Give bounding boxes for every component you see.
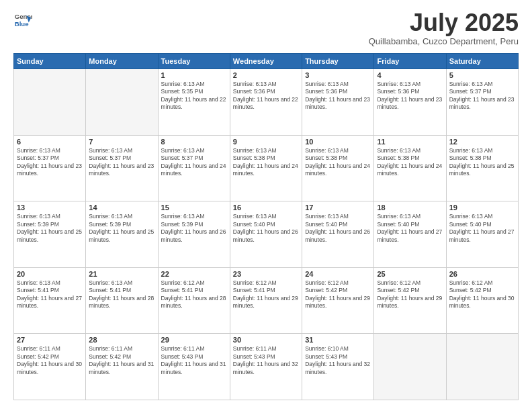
weekday-header-thursday: Thursday [302, 54, 374, 69]
day-info: Sunrise: 6:13 AMSunset: 5:39 PMDaylight:… [161, 213, 227, 244]
calendar-cell: 3Sunrise: 6:13 AMSunset: 5:36 PMDaylight… [302, 69, 374, 136]
day-number: 20 [17, 270, 83, 278]
day-info: Sunrise: 6:13 AMSunset: 5:37 PMDaylight:… [89, 147, 154, 178]
day-info: Sunrise: 6:13 AMSunset: 5:38 PMDaylight:… [449, 147, 515, 178]
weekday-header-friday: Friday [374, 54, 446, 69]
day-info: Sunrise: 6:13 AMSunset: 5:36 PMDaylight:… [233, 81, 299, 111]
calendar-cell: 12Sunrise: 6:13 AMSunset: 5:38 PMDayligh… [446, 135, 518, 201]
calendar-cell: 28Sunrise: 6:11 AMSunset: 5:42 PMDayligh… [86, 334, 158, 400]
calendar-cell [446, 334, 518, 400]
day-info: Sunrise: 6:11 AMSunset: 5:42 PMDaylight:… [89, 345, 154, 376]
day-number: 27 [17, 336, 83, 344]
day-info: Sunrise: 6:13 AMSunset: 5:37 PMDaylight:… [161, 147, 227, 178]
calendar-cell: 9Sunrise: 6:13 AMSunset: 5:38 PMDaylight… [230, 135, 302, 201]
day-number: 9 [233, 138, 299, 146]
day-number: 3 [305, 71, 371, 79]
calendar-cell: 22Sunrise: 6:12 AMSunset: 5:41 PMDayligh… [158, 267, 230, 334]
weekday-header-monday: Monday [86, 54, 158, 69]
week-row-1: 1Sunrise: 6:13 AMSunset: 5:35 PMDaylight… [14, 69, 519, 136]
calendar-cell [86, 69, 158, 136]
calendar-cell: 20Sunrise: 6:13 AMSunset: 5:41 PMDayligh… [14, 267, 86, 334]
day-number: 14 [89, 203, 154, 212]
day-info: Sunrise: 6:11 AMSunset: 5:42 PMDaylight:… [17, 345, 83, 376]
svg-text:Blue: Blue [15, 20, 29, 28]
day-info: Sunrise: 6:13 AMSunset: 5:35 PMDaylight:… [161, 81, 227, 111]
week-row-5: 27Sunrise: 6:11 AMSunset: 5:42 PMDayligh… [14, 334, 519, 400]
calendar-cell: 23Sunrise: 6:12 AMSunset: 5:41 PMDayligh… [230, 267, 302, 334]
title-area: July 2025 Quillabamba, Cuzco Department,… [369, 11, 519, 46]
calendar-table: SundayMondayTuesdayWednesdayThursdayFrid… [13, 53, 519, 400]
day-number: 10 [305, 138, 371, 146]
calendar-cell: 15Sunrise: 6:13 AMSunset: 5:39 PMDayligh… [158, 201, 230, 268]
week-row-3: 13Sunrise: 6:13 AMSunset: 5:39 PMDayligh… [14, 201, 519, 268]
weekday-header-wednesday: Wednesday [230, 54, 302, 69]
day-info: Sunrise: 6:13 AMSunset: 5:37 PMDaylight:… [449, 81, 515, 111]
day-info: Sunrise: 6:13 AMSunset: 5:39 PMDaylight:… [89, 213, 154, 244]
day-number: 17 [305, 203, 371, 212]
calendar-cell: 16Sunrise: 6:13 AMSunset: 5:40 PMDayligh… [230, 201, 302, 268]
calendar-cell: 27Sunrise: 6:11 AMSunset: 5:42 PMDayligh… [14, 334, 86, 400]
day-number: 23 [233, 270, 299, 278]
day-info: Sunrise: 6:13 AMSunset: 5:39 PMDaylight:… [17, 213, 83, 244]
calendar-cell: 1Sunrise: 6:13 AMSunset: 5:35 PMDaylight… [158, 69, 230, 136]
calendar-cell: 5Sunrise: 6:13 AMSunset: 5:37 PMDaylight… [446, 69, 518, 136]
day-number: 2 [233, 71, 299, 79]
day-number: 12 [449, 138, 515, 146]
day-info: Sunrise: 6:13 AMSunset: 5:38 PMDaylight:… [305, 147, 371, 178]
day-info: Sunrise: 6:13 AMSunset: 5:36 PMDaylight:… [305, 81, 371, 111]
day-info: Sunrise: 6:12 AMSunset: 5:41 PMDaylight:… [233, 279, 299, 310]
calendar-cell: 10Sunrise: 6:13 AMSunset: 5:38 PMDayligh… [302, 135, 374, 201]
day-number: 22 [161, 270, 227, 278]
day-number: 7 [89, 138, 154, 146]
day-info: Sunrise: 6:13 AMSunset: 5:38 PMDaylight:… [377, 147, 443, 178]
day-number: 26 [449, 270, 515, 278]
day-info: Sunrise: 6:13 AMSunset: 5:40 PMDaylight:… [377, 213, 443, 244]
calendar-cell: 24Sunrise: 6:12 AMSunset: 5:42 PMDayligh… [302, 267, 374, 334]
day-number: 24 [305, 270, 371, 278]
day-number: 21 [89, 270, 154, 278]
calendar-cell: 31Sunrise: 6:10 AMSunset: 5:43 PMDayligh… [302, 334, 374, 400]
header: General Blue July 2025 Quillabamba, Cuzc… [13, 11, 519, 46]
day-info: Sunrise: 6:12 AMSunset: 5:42 PMDaylight:… [377, 279, 443, 310]
day-number: 4 [377, 71, 443, 79]
day-number: 5 [449, 71, 515, 79]
calendar-cell: 18Sunrise: 6:13 AMSunset: 5:40 PMDayligh… [374, 201, 446, 268]
day-info: Sunrise: 6:13 AMSunset: 5:38 PMDaylight:… [233, 147, 299, 178]
day-info: Sunrise: 6:13 AMSunset: 5:40 PMDaylight:… [305, 213, 371, 244]
calendar-cell: 17Sunrise: 6:13 AMSunset: 5:40 PMDayligh… [302, 201, 374, 268]
logo: General Blue [13, 11, 32, 30]
location-title: Quillabamba, Cuzco Department, Peru [369, 36, 519, 46]
calendar-cell [374, 334, 446, 400]
day-number: 31 [305, 336, 371, 344]
day-info: Sunrise: 6:12 AMSunset: 5:42 PMDaylight:… [449, 279, 515, 310]
week-row-2: 6Sunrise: 6:13 AMSunset: 5:37 PMDaylight… [14, 135, 519, 201]
day-number: 11 [377, 138, 443, 146]
day-info: Sunrise: 6:13 AMSunset: 5:41 PMDaylight:… [17, 279, 83, 310]
calendar-cell: 11Sunrise: 6:13 AMSunset: 5:38 PMDayligh… [374, 135, 446, 201]
calendar-cell: 8Sunrise: 6:13 AMSunset: 5:37 PMDaylight… [158, 135, 230, 201]
weekday-header-saturday: Saturday [446, 54, 518, 69]
day-info: Sunrise: 6:13 AMSunset: 5:40 PMDaylight:… [233, 213, 299, 244]
week-row-4: 20Sunrise: 6:13 AMSunset: 5:41 PMDayligh… [14, 267, 519, 334]
day-info: Sunrise: 6:11 AMSunset: 5:43 PMDaylight:… [233, 345, 299, 376]
day-number: 19 [449, 203, 515, 212]
calendar-cell: 29Sunrise: 6:11 AMSunset: 5:43 PMDayligh… [158, 334, 230, 400]
calendar-cell: 14Sunrise: 6:13 AMSunset: 5:39 PMDayligh… [86, 201, 158, 268]
day-number: 1 [161, 71, 227, 79]
day-info: Sunrise: 6:11 AMSunset: 5:43 PMDaylight:… [161, 345, 227, 376]
calendar-cell: 25Sunrise: 6:12 AMSunset: 5:42 PMDayligh… [374, 267, 446, 334]
day-number: 28 [89, 336, 154, 344]
weekday-header-tuesday: Tuesday [158, 54, 230, 69]
day-info: Sunrise: 6:13 AMSunset: 5:41 PMDaylight:… [89, 279, 154, 310]
day-number: 6 [17, 138, 83, 146]
day-info: Sunrise: 6:13 AMSunset: 5:37 PMDaylight:… [17, 147, 83, 178]
day-number: 25 [377, 270, 443, 278]
day-number: 16 [233, 203, 299, 212]
weekday-header-sunday: Sunday [14, 54, 86, 69]
calendar-cell: 21Sunrise: 6:13 AMSunset: 5:41 PMDayligh… [86, 267, 158, 334]
calendar-cell: 2Sunrise: 6:13 AMSunset: 5:36 PMDaylight… [230, 69, 302, 136]
day-info: Sunrise: 6:13 AMSunset: 5:40 PMDaylight:… [449, 213, 515, 244]
day-number: 13 [17, 203, 83, 212]
calendar-cell: 19Sunrise: 6:13 AMSunset: 5:40 PMDayligh… [446, 201, 518, 268]
day-info: Sunrise: 6:12 AMSunset: 5:42 PMDaylight:… [305, 279, 371, 310]
